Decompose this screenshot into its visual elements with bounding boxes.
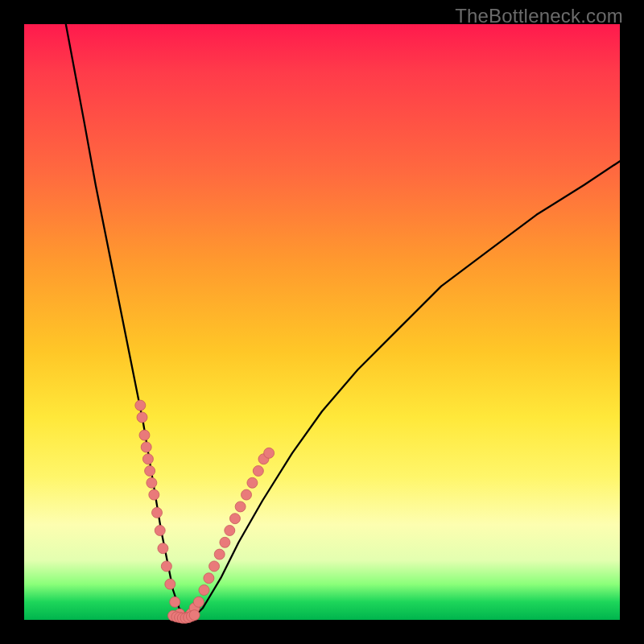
curve-dot (165, 579, 175, 589)
curve-dot (145, 466, 155, 477)
curve-dot (247, 477, 258, 488)
curve-dot (209, 561, 220, 572)
curve-dot (135, 400, 146, 411)
curve-dot (149, 489, 159, 500)
curve-dot (152, 507, 163, 518)
curve-dot (204, 573, 214, 584)
curve-dot (242, 489, 252, 500)
curve-dot (214, 549, 225, 559)
curve-svg (24, 24, 620, 620)
chart-frame: TheBottleneck.com (0, 0, 644, 644)
curve-dot (253, 466, 263, 477)
curve-dot (147, 477, 157, 488)
curve-dots (135, 400, 275, 623)
curve-dot (142, 454, 153, 464)
curve-dot (155, 526, 165, 536)
curve-dot (161, 561, 171, 572)
curve-dot (264, 448, 275, 458)
curve-dot (141, 442, 151, 452)
curve-dot (137, 412, 147, 423)
curve-dot (220, 537, 230, 547)
curve-dot (193, 597, 204, 607)
curve-dot (229, 514, 240, 524)
curve-dot (170, 597, 180, 607)
plot-area (24, 24, 620, 620)
curve-dot (235, 502, 246, 512)
curve-dot (139, 430, 150, 440)
bottleneck-curve (66, 24, 620, 620)
curve-dot (189, 610, 200, 621)
curve-dot (225, 526, 235, 536)
curve-dot (158, 543, 168, 554)
curve-dot (199, 585, 209, 596)
